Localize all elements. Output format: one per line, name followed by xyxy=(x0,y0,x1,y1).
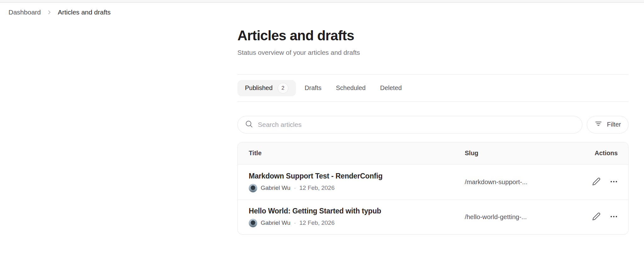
search-input[interactable] xyxy=(258,121,576,128)
pencil-icon xyxy=(592,212,601,222)
edit-button[interactable] xyxy=(592,177,601,187)
article-title[interactable]: Markdown Support Test - RenderConfig xyxy=(249,172,454,180)
meta-separator: · xyxy=(294,184,296,191)
article-title-cell: Markdown Support Test - RenderConfig Gab… xyxy=(238,172,454,192)
divider-above-tabs xyxy=(237,74,629,75)
pencil-icon xyxy=(592,177,601,187)
edit-button[interactable] xyxy=(592,212,601,222)
tab-drafts-label: Drafts xyxy=(305,84,321,92)
author-avatar xyxy=(249,219,257,227)
divider-below-tabs xyxy=(237,101,629,102)
filter-icon xyxy=(594,120,602,129)
main-content: Articles and drafts Status overview of y… xyxy=(237,28,629,235)
breadcrumb-item-articles: Articles and drafts xyxy=(58,8,111,16)
author-name: Gabriel Wu xyxy=(261,219,291,226)
search-icon xyxy=(245,120,253,129)
tab-drafts[interactable]: Drafts xyxy=(297,80,329,96)
tab-published[interactable]: Published 2 xyxy=(237,80,296,96)
search-box[interactable] xyxy=(237,116,582,133)
tab-published-label: Published xyxy=(245,84,273,92)
article-title[interactable]: Hello World: Getting Started with typub xyxy=(249,207,454,215)
publish-date: 12 Feb, 2026 xyxy=(299,219,335,226)
tab-scheduled[interactable]: Scheduled xyxy=(329,80,373,96)
tab-scheduled-label: Scheduled xyxy=(336,84,366,92)
filter-button-label: Filter xyxy=(607,121,621,128)
table-header-row: Title Slug Actions xyxy=(238,142,628,165)
top-edge-bar xyxy=(0,0,644,3)
article-actions-cell xyxy=(586,177,628,187)
article-slug: /hello-world-getting-... xyxy=(454,213,586,221)
article-slug: /markdown-support-... xyxy=(454,178,586,186)
column-header-slug: Slug xyxy=(454,150,586,157)
breadcrumb-item-dashboard[interactable]: Dashboard xyxy=(8,8,41,16)
column-header-actions: Actions xyxy=(586,150,628,157)
page-title: Articles and drafts xyxy=(237,28,629,44)
article-meta: Gabriel Wu · 12 Feb, 2026 xyxy=(249,219,454,227)
search-toolbar: Filter xyxy=(237,116,629,133)
publish-date: 12 Feb, 2026 xyxy=(299,184,335,191)
chevron-right-icon xyxy=(46,9,53,15)
column-header-title: Title xyxy=(238,150,454,157)
published-count-badge: 2 xyxy=(278,83,288,94)
ellipsis-icon xyxy=(609,212,618,222)
article-actions-cell xyxy=(586,212,628,222)
filter-button[interactable]: Filter xyxy=(587,116,629,133)
articles-table: Title Slug Actions Markdown Support Test… xyxy=(237,142,629,235)
page-subtitle: Status overview of your articles and dra… xyxy=(237,48,629,57)
tab-deleted[interactable]: Deleted xyxy=(373,80,409,96)
article-meta: Gabriel Wu · 12 Feb, 2026 xyxy=(249,184,454,192)
meta-separator: · xyxy=(294,219,296,226)
article-title-cell: Hello World: Getting Started with typub … xyxy=(238,207,454,227)
more-actions-button[interactable] xyxy=(609,212,618,222)
breadcrumb: Dashboard Articles and drafts xyxy=(0,3,644,18)
author-avatar xyxy=(249,184,257,192)
tab-deleted-label: Deleted xyxy=(380,84,402,92)
more-actions-button[interactable] xyxy=(609,177,618,187)
ellipsis-icon xyxy=(609,177,618,187)
table-row: Hello World: Getting Started with typub … xyxy=(238,200,628,234)
table-row: Markdown Support Test - RenderConfig Gab… xyxy=(238,165,628,200)
status-tabs: Published 2 Drafts Scheduled Deleted xyxy=(237,80,629,96)
author-name: Gabriel Wu xyxy=(261,184,291,191)
